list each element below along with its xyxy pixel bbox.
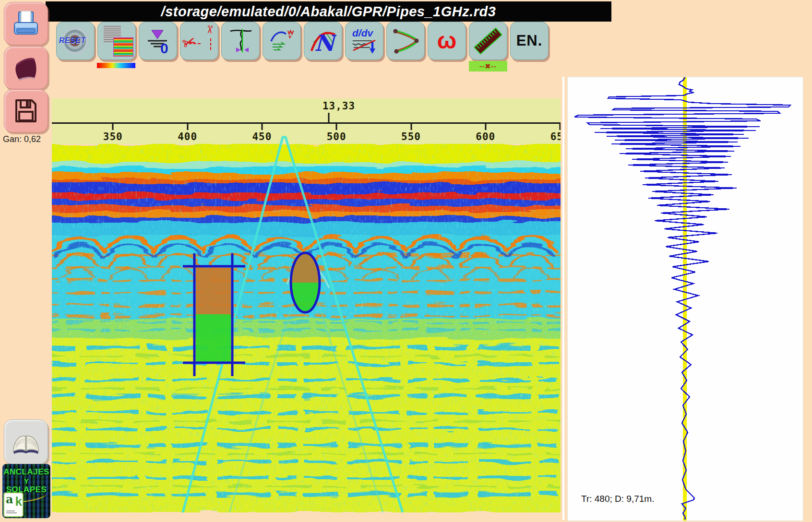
color-radargram-icon: [113, 37, 133, 57]
omega-icon: ω: [437, 29, 457, 52]
gain-curve-icon: N: [310, 28, 336, 54]
gain-curve-button[interactable]: N: [304, 22, 342, 60]
derivative-button[interactable]: d/dv: [345, 22, 383, 60]
derivative-icon: d/dv: [351, 27, 377, 54]
scissors-icon: ✂: [180, 31, 199, 54]
ruler-tick-label: 600: [476, 131, 495, 142]
ruler-tick: [261, 124, 263, 130]
logo-line-2: Y: [2, 477, 50, 485]
open-book-icon: [11, 428, 41, 455]
cursor-tick: [328, 113, 330, 122]
trace-panel: Tr: 480; D: 9,71m.: [567, 77, 803, 521]
cursor-distance-label: 13,33: [322, 100, 355, 112]
gain-value-label: Gan: 0,62: [3, 134, 41, 144]
ruler-tick-label: 550: [401, 131, 421, 142]
svg-text:N: N: [314, 30, 336, 54]
reset-label: RESET: [59, 36, 86, 45]
ruler-tick-label: 650: [550, 131, 561, 142]
palette-gradient-strip: [97, 63, 135, 68]
ruler-tick: [187, 124, 188, 130]
ground-zero-button[interactable]: 0: [139, 22, 177, 60]
measure-active-indicator: --✖--: [469, 61, 507, 71]
palette-button[interactable]: [97, 22, 136, 60]
ruler-tick: [336, 124, 337, 130]
reset-target-icon: RESET: [62, 27, 89, 54]
ruler-tick: [485, 124, 486, 130]
ruler-axis-line: [52, 122, 561, 124]
distance-ruler[interactable]: 300350400450500550600650 13,33: [52, 98, 561, 144]
ruler-tick-label: 350: [103, 131, 123, 142]
frequency-button[interactable]: ω: [428, 22, 466, 60]
trace-status-text: Tr: 480; D: 9,71m.: [581, 494, 654, 504]
cut-line-horizontal: [184, 43, 201, 44]
printer-icon: [12, 11, 39, 36]
anclajes-solapes-ad[interactable]: ANCLAJES Y SOLAPES a k: [2, 464, 50, 518]
radargram-speckle-yellow: [52, 302, 561, 512]
measure-button[interactable]: [469, 22, 507, 60]
panel-edge-highlight: [562, 77, 564, 520]
velocity-hyperbola-icon: [392, 27, 419, 54]
svg-text:0: 0: [160, 40, 168, 54]
print-button[interactable]: [4, 2, 48, 45]
cut-traces-button[interactable]: ✂ ✂: [180, 22, 218, 60]
cut-line-vertical: [210, 38, 211, 50]
reset-button[interactable]: RESET: [56, 22, 95, 60]
trace-align-icon: [227, 27, 253, 54]
cut-indicator-label: --✖--: [479, 62, 496, 70]
save-button[interactable]: [4, 89, 48, 132]
logo-line-1: ANCLAJES: [2, 467, 50, 477]
file-path: /storage/emulated/0/Abakal/GPR/Pipes_1GH…: [161, 4, 496, 20]
radargram-canvas[interactable]: [52, 144, 561, 512]
floppy-icon: [13, 98, 39, 124]
ruler-tick-label: 400: [178, 131, 197, 142]
manual-button[interactable]: [4, 419, 48, 464]
trace-waveform: [568, 77, 803, 521]
ruler-tick-label: 450: [252, 131, 272, 142]
report-button[interactable]: [4, 46, 48, 89]
ruler-tick: [410, 124, 412, 130]
svg-text:d/dv: d/dv: [352, 27, 373, 38]
title-bar: /storage/emulated/0/Abakal/GPR/Pipes_1GH…: [46, 1, 611, 22]
filter-button[interactable]: [263, 22, 301, 60]
language-label: EN.: [516, 32, 543, 49]
abk-logo: a k: [3, 492, 24, 517]
scissors-small-icon: ✂: [203, 24, 216, 35]
ruler-tick: [560, 124, 561, 130]
ground-zero-icon: 0: [145, 28, 171, 54]
closed-book-icon: [12, 54, 39, 81]
ruler-tick-label: 500: [327, 131, 346, 142]
filter-curves-icon: [269, 28, 295, 54]
ruler-icon: [474, 27, 502, 54]
ruler-tick: [112, 124, 114, 130]
language-button[interactable]: EN.: [510, 22, 549, 60]
velocity-fit-button[interactable]: [386, 22, 425, 60]
trace-align-button[interactable]: [221, 22, 260, 60]
